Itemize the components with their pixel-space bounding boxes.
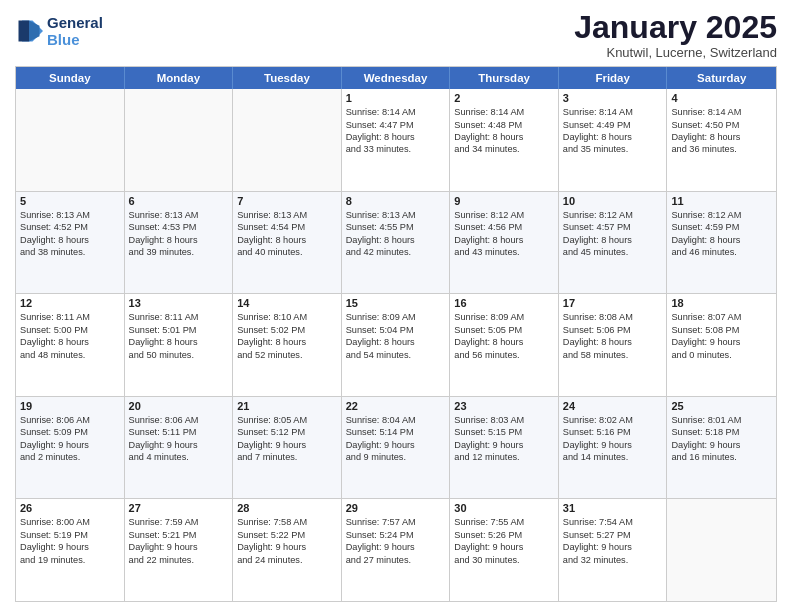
cell-line-0: Sunrise: 8:14 AM (346, 106, 446, 118)
header-day-friday: Friday (559, 67, 668, 89)
day-number: 10 (563, 195, 663, 207)
cell-line-1: Sunset: 4:55 PM (346, 221, 446, 233)
day-cell-13: 13Sunrise: 8:11 AMSunset: 5:01 PMDayligh… (125, 294, 234, 396)
header: General Blue January 2025 Knutwil, Lucer… (15, 10, 777, 60)
cell-line-0: Sunrise: 7:59 AM (129, 516, 229, 528)
day-number: 17 (563, 297, 663, 309)
cell-line-1: Sunset: 5:05 PM (454, 324, 554, 336)
cell-line-1: Sunset: 5:08 PM (671, 324, 772, 336)
cell-line-2: Daylight: 9 hours (454, 541, 554, 553)
day-cell-25: 25Sunrise: 8:01 AMSunset: 5:18 PMDayligh… (667, 397, 776, 499)
cell-line-2: Daylight: 8 hours (20, 336, 120, 348)
cell-line-1: Sunset: 5:27 PM (563, 529, 663, 541)
cell-line-2: Daylight: 8 hours (346, 131, 446, 143)
day-cell-31: 31Sunrise: 7:54 AMSunset: 5:27 PMDayligh… (559, 499, 668, 601)
cell-line-0: Sunrise: 8:08 AM (563, 311, 663, 323)
day-cell-26: 26Sunrise: 8:00 AMSunset: 5:19 PMDayligh… (16, 499, 125, 601)
cell-line-2: Daylight: 8 hours (563, 336, 663, 348)
cell-line-1: Sunset: 5:11 PM (129, 426, 229, 438)
day-cell-27: 27Sunrise: 7:59 AMSunset: 5:21 PMDayligh… (125, 499, 234, 601)
day-number: 14 (237, 297, 337, 309)
day-number: 9 (454, 195, 554, 207)
logo-icon (15, 17, 43, 45)
cell-line-1: Sunset: 5:15 PM (454, 426, 554, 438)
day-number: 31 (563, 502, 663, 514)
cell-line-3: and 0 minutes. (671, 349, 772, 361)
cell-line-3: and 4 minutes. (129, 451, 229, 463)
cell-line-0: Sunrise: 8:10 AM (237, 311, 337, 323)
cell-line-2: Daylight: 8 hours (237, 336, 337, 348)
cell-line-0: Sunrise: 8:06 AM (129, 414, 229, 426)
empty-cell (125, 89, 234, 191)
cell-line-0: Sunrise: 8:14 AM (563, 106, 663, 118)
empty-cell (667, 499, 776, 601)
page: General Blue January 2025 Knutwil, Lucer… (0, 0, 792, 612)
cell-line-2: Daylight: 9 hours (129, 439, 229, 451)
cell-line-0: Sunrise: 8:13 AM (129, 209, 229, 221)
cell-line-0: Sunrise: 8:02 AM (563, 414, 663, 426)
day-number: 18 (671, 297, 772, 309)
cell-line-1: Sunset: 5:14 PM (346, 426, 446, 438)
header-day-saturday: Saturday (667, 67, 776, 89)
day-cell-9: 9Sunrise: 8:12 AMSunset: 4:56 PMDaylight… (450, 192, 559, 294)
day-cell-5: 5Sunrise: 8:13 AMSunset: 4:52 PMDaylight… (16, 192, 125, 294)
cell-line-2: Daylight: 9 hours (20, 439, 120, 451)
day-number: 1 (346, 92, 446, 104)
cell-line-1: Sunset: 4:56 PM (454, 221, 554, 233)
day-cell-17: 17Sunrise: 8:08 AMSunset: 5:06 PMDayligh… (559, 294, 668, 396)
cell-line-3: and 39 minutes. (129, 246, 229, 258)
day-cell-28: 28Sunrise: 7:58 AMSunset: 5:22 PMDayligh… (233, 499, 342, 601)
day-number: 26 (20, 502, 120, 514)
cell-line-1: Sunset: 5:04 PM (346, 324, 446, 336)
cell-line-0: Sunrise: 8:12 AM (671, 209, 772, 221)
day-cell-12: 12Sunrise: 8:11 AMSunset: 5:00 PMDayligh… (16, 294, 125, 396)
cell-line-0: Sunrise: 8:13 AM (346, 209, 446, 221)
day-cell-6: 6Sunrise: 8:13 AMSunset: 4:53 PMDaylight… (125, 192, 234, 294)
cell-line-2: Daylight: 9 hours (346, 541, 446, 553)
location-subtitle: Knutwil, Lucerne, Switzerland (574, 45, 777, 60)
day-cell-16: 16Sunrise: 8:09 AMSunset: 5:05 PMDayligh… (450, 294, 559, 396)
calendar-header: SundayMondayTuesdayWednesdayThursdayFrid… (16, 67, 776, 89)
cell-line-0: Sunrise: 8:01 AM (671, 414, 772, 426)
cell-line-2: Daylight: 8 hours (563, 131, 663, 143)
cell-line-1: Sunset: 5:01 PM (129, 324, 229, 336)
cell-line-2: Daylight: 9 hours (237, 541, 337, 553)
day-number: 2 (454, 92, 554, 104)
cell-line-2: Daylight: 9 hours (671, 439, 772, 451)
day-number: 13 (129, 297, 229, 309)
cell-line-0: Sunrise: 8:13 AM (237, 209, 337, 221)
cell-line-3: and 48 minutes. (20, 349, 120, 361)
cell-line-2: Daylight: 8 hours (346, 336, 446, 348)
day-number: 16 (454, 297, 554, 309)
cell-line-1: Sunset: 4:57 PM (563, 221, 663, 233)
cell-line-2: Daylight: 8 hours (671, 131, 772, 143)
cell-line-2: Daylight: 8 hours (346, 234, 446, 246)
cell-line-2: Daylight: 8 hours (20, 234, 120, 246)
day-number: 25 (671, 400, 772, 412)
day-cell-18: 18Sunrise: 8:07 AMSunset: 5:08 PMDayligh… (667, 294, 776, 396)
header-day-thursday: Thursday (450, 67, 559, 89)
cell-line-2: Daylight: 8 hours (129, 336, 229, 348)
day-cell-3: 3Sunrise: 8:14 AMSunset: 4:49 PMDaylight… (559, 89, 668, 191)
day-cell-23: 23Sunrise: 8:03 AMSunset: 5:15 PMDayligh… (450, 397, 559, 499)
cell-line-2: Daylight: 8 hours (563, 234, 663, 246)
cell-line-3: and 30 minutes. (454, 554, 554, 566)
cell-line-1: Sunset: 5:24 PM (346, 529, 446, 541)
cell-line-2: Daylight: 9 hours (563, 541, 663, 553)
cell-line-0: Sunrise: 8:09 AM (454, 311, 554, 323)
cell-line-2: Daylight: 8 hours (237, 234, 337, 246)
cell-line-0: Sunrise: 8:03 AM (454, 414, 554, 426)
cell-line-3: and 42 minutes. (346, 246, 446, 258)
cell-line-3: and 14 minutes. (563, 451, 663, 463)
cell-line-2: Daylight: 9 hours (20, 541, 120, 553)
title-block: January 2025 Knutwil, Lucerne, Switzerla… (574, 10, 777, 60)
cell-line-3: and 34 minutes. (454, 143, 554, 155)
cell-line-2: Daylight: 9 hours (563, 439, 663, 451)
cell-line-3: and 46 minutes. (671, 246, 772, 258)
cell-line-1: Sunset: 5:26 PM (454, 529, 554, 541)
cell-line-3: and 35 minutes. (563, 143, 663, 155)
cell-line-3: and 22 minutes. (129, 554, 229, 566)
day-number: 19 (20, 400, 120, 412)
day-number: 27 (129, 502, 229, 514)
day-number: 4 (671, 92, 772, 104)
